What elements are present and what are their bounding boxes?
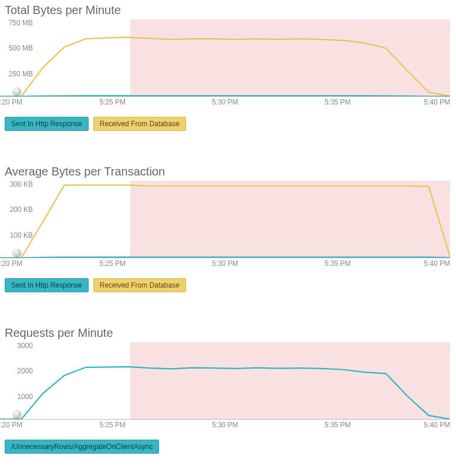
marker-icon[interactable] — [13, 249, 21, 257]
x-tick: 5:40 PM — [424, 259, 450, 268]
x-tick: 5:30 PM — [212, 421, 238, 429]
x-axis: :20 PM5:25 PM5:30 PM5:35 PM5:40 PM — [0, 259, 450, 269]
legend: Sent In Http ResponseReceived From Datab… — [0, 114, 456, 133]
x-tick: :20 PM — [0, 98, 22, 106]
x-tick: 5:25 PM — [99, 259, 126, 268]
x-tick: 5:40 PM — [424, 421, 450, 429]
x-tick: 5:25 PM — [99, 98, 126, 106]
chart-total-bytes: Total Bytes per Minute750 MB500 MB250 MB… — [0, 0, 456, 133]
plot-canvas — [0, 181, 450, 258]
plot-canvas — [0, 342, 450, 420]
chart-title: Average Bytes per Transaction — [0, 161, 456, 181]
marker-icon[interactable] — [13, 87, 21, 96]
legend-item[interactable]: Sent In Http Response — [5, 278, 89, 292]
x-tick: 5:35 PM — [325, 421, 351, 429]
plot-area: 300020001000:20 PM5:25 PM5:30 PM5:35 PM5… — [0, 342, 456, 430]
chart-requests: Requests per Minute300020001000:20 PM5:2… — [0, 323, 456, 456]
plot-area: 750 MB500 MB250 MB:20 PM5:25 PM5:30 PM5:… — [0, 19, 456, 107]
x-tick: 5:35 PM — [325, 98, 351, 106]
legend-item[interactable]: Received From Database — [93, 278, 186, 292]
plot-canvas — [0, 19, 450, 97]
series-line — [0, 367, 450, 419]
chart-lines — [0, 19, 450, 96]
x-axis: :20 PM5:25 PM5:30 PM5:35 PM5:40 PM — [0, 421, 450, 430]
chart-lines — [0, 342, 450, 419]
legend-item[interactable]: Received From Database — [93, 117, 186, 131]
x-tick: :20 PM — [0, 421, 22, 429]
x-tick: 5:35 PM — [325, 259, 351, 268]
series-line — [0, 257, 450, 258]
marker-icon[interactable] — [13, 410, 21, 418]
x-tick: 5:30 PM — [212, 259, 238, 268]
chart-lines — [0, 181, 450, 258]
x-axis: :20 PM5:25 PM5:30 PM5:35 PM5:40 PM — [0, 98, 450, 107]
x-tick: :20 PM — [0, 259, 22, 268]
legend-item[interactable]: /UnnecessaryRows/AggregateOnClientAsync — [5, 440, 159, 454]
legend: /UnnecessaryRows/AggregateOnClientAsync — [0, 437, 456, 456]
chart-avg-bytes: Average Bytes per Transaction300 KB200 K… — [0, 161, 456, 295]
series-line — [0, 96, 450, 96]
legend-item[interactable]: Sent In Http Response — [5, 117, 89, 131]
series-line — [0, 38, 450, 96]
x-tick: 5:25 PM — [99, 421, 126, 429]
x-tick: 5:40 PM — [424, 98, 450, 106]
series-line — [0, 185, 450, 258]
legend: Sent In Http ResponseReceived From Datab… — [0, 276, 456, 295]
chart-title: Requests per Minute — [0, 323, 456, 342]
chart-title: Total Bytes per Minute — [0, 0, 456, 19]
x-tick: 5:30 PM — [212, 98, 238, 106]
plot-area: 300 KB200 KB100 KB:20 PM5:25 PM5:30 PM5:… — [0, 181, 456, 269]
